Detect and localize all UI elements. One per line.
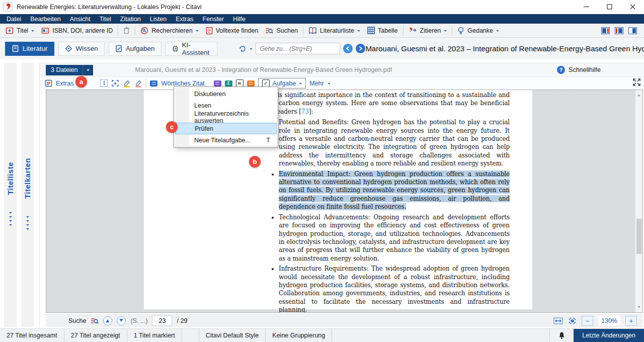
menu-item-pruefen[interactable]: Prüfen bbox=[175, 123, 277, 134]
menu-datei[interactable]: Datei bbox=[2, 16, 26, 23]
ai-annotation-icon[interactable]: AI bbox=[236, 79, 244, 87]
fit-width-icon[interactable] bbox=[553, 317, 563, 325]
table-icon bbox=[367, 27, 375, 34]
layout-mid-panel-icon[interactable] bbox=[615, 27, 623, 34]
book-icon bbox=[308, 27, 317, 35]
sidebar-panel-titelkarten[interactable]: Titelkarten bbox=[21, 63, 34, 327]
search-icon[interactable] bbox=[91, 317, 99, 325]
sidebar-panel-titelliste[interactable]: Titelliste bbox=[4, 63, 17, 327]
volltexte-finden-button[interactable]: Volltexte finden bbox=[202, 25, 262, 37]
layout-right-panel-icon[interactable] bbox=[628, 27, 637, 34]
open-pdf-filename[interactable]: Marouani, Guesmi et al 2023 - Integratio… bbox=[135, 66, 392, 73]
text-select-icon[interactable]: I bbox=[100, 79, 108, 87]
quick-help-button[interactable]: ? Schnellhilfe bbox=[557, 66, 601, 74]
toolbar-separator bbox=[303, 26, 303, 36]
last-changes-button[interactable]: Letzte Änderungen bbox=[574, 329, 644, 342]
files-dropdown-button[interactable]: 3 Dateien bbox=[46, 65, 93, 75]
close-button[interactable] bbox=[621, 0, 644, 14]
research-magnifier-icon bbox=[140, 27, 148, 35]
current-reference-title: Marouani, Guesmi et al. 2023 – Integrati… bbox=[365, 44, 644, 53]
area-select-icon[interactable] bbox=[111, 79, 119, 87]
menu-zitation[interactable]: Zitation bbox=[116, 16, 145, 23]
menu-hilfe[interactable]: Hilfe bbox=[228, 16, 250, 23]
menu-item-neue-titelaufgabe[interactable]: Neue Titelaufgabe...T bbox=[175, 134, 277, 146]
forward-button[interactable] bbox=[356, 44, 365, 53]
tabelle-button[interactable]: Tabelle bbox=[364, 25, 401, 37]
status-shown-titles: 27 Titel angezeigt bbox=[64, 329, 127, 342]
bell-icon bbox=[558, 331, 566, 339]
tab-literatur[interactable]: Literatur bbox=[5, 42, 54, 56]
red-highlighter-icon[interactable] bbox=[134, 79, 142, 88]
tab-ki-assistent[interactable]: AI KI-Assistent bbox=[166, 42, 218, 56]
citation-link[interactable]: 73 bbox=[301, 108, 309, 115]
suchen-button[interactable]: Suchen bbox=[262, 25, 301, 37]
literature-book-icon bbox=[12, 45, 19, 52]
chevron-down-icon bbox=[496, 30, 499, 33]
woertliches-zitat-button[interactable]: Wörtliches Zitat bbox=[161, 80, 204, 87]
direct-quote-icon[interactable] bbox=[150, 80, 157, 87]
pdf-extras-button[interactable]: Extras bbox=[56, 80, 73, 87]
titelliste-label: Titelliste bbox=[6, 162, 15, 195]
pdf-text: holds significant importance in the cont… bbox=[266, 91, 510, 313]
isbn-doi-button[interactable]: ISBN, DOI, andere ID bbox=[38, 25, 116, 37]
add-title-button[interactable]: Titel bbox=[2, 25, 38, 37]
zoom-level[interactable]: 130% bbox=[598, 316, 620, 326]
tab-aufgaben[interactable]: Aufgaben bbox=[109, 42, 162, 56]
document-icon bbox=[206, 27, 213, 35]
summary-icon[interactable]: Σ bbox=[225, 80, 232, 87]
fit-page-icon[interactable] bbox=[568, 317, 577, 325]
gedanke-button[interactable]: Gedanke bbox=[454, 25, 503, 37]
highlighted-quote[interactable]: Environmental Impact: Green hydrogen pro… bbox=[279, 170, 510, 211]
literaturliste-button[interactable]: Literaturliste bbox=[305, 25, 364, 37]
menu-item-diskutieren[interactable]: Diskutieren bbox=[175, 88, 277, 100]
status-citation-style[interactable]: Citavi Default Style bbox=[199, 329, 266, 342]
recherchieren-button[interactable]: Recherchieren bbox=[137, 25, 202, 37]
status-marked-titles: 1 Titel markiert bbox=[127, 329, 182, 342]
menu-titel[interactable]: Titel bbox=[95, 16, 116, 23]
toolbar-separator bbox=[146, 79, 146, 88]
chevron-down-icon[interactable] bbox=[250, 48, 253, 51]
menu-item-literaturverzeichnis-auswerten[interactable]: Literaturverzeichnis auswerten bbox=[175, 111, 277, 123]
id-card-icon bbox=[41, 27, 49, 35]
back-button[interactable] bbox=[343, 44, 353, 53]
chevron-down-icon bbox=[299, 83, 302, 86]
find-previous-button[interactable] bbox=[103, 316, 112, 325]
layout-left-panel-icon[interactable] bbox=[601, 27, 610, 34]
annotation-badge-a: a bbox=[75, 76, 87, 88]
menu-extras[interactable]: Extras bbox=[171, 16, 198, 23]
pdf-scrollbar[interactable] bbox=[635, 90, 642, 312]
zoom-out-button[interactable]: − bbox=[582, 316, 593, 326]
menu-bearbeiten[interactable]: Bearbeiten bbox=[26, 16, 65, 23]
expand-chevrons-icon bbox=[9, 212, 12, 228]
status-grouping[interactable]: Keine Gruppierung bbox=[266, 329, 332, 342]
tasks-icon bbox=[115, 45, 122, 52]
notifications-button[interactable] bbox=[549, 329, 574, 342]
find-next-button[interactable] bbox=[117, 316, 126, 325]
indirect-quote-icon[interactable] bbox=[214, 80, 221, 87]
goto-input[interactable] bbox=[256, 43, 340, 54]
minimize-button[interactable] bbox=[575, 0, 598, 14]
maximize-button[interactable] bbox=[598, 0, 621, 14]
pdf-toolbar: Extras I Wörtliches Zitat Σ AI ✓ Aufgabe bbox=[40, 77, 644, 90]
scroll-up-icon[interactable] bbox=[637, 93, 640, 96]
lightbulb-icon bbox=[457, 27, 464, 35]
zitieren-button[interactable]: Zitieren bbox=[405, 25, 451, 37]
tab-wissen[interactable]: Wissen bbox=[58, 42, 105, 56]
yellow-highlighter-icon[interactable] bbox=[123, 79, 131, 88]
pdf-viewport: holds significant importance in the cont… bbox=[46, 90, 643, 313]
zoom-in-button[interactable]: + bbox=[625, 316, 637, 326]
menu-fenster[interactable]: Fenster bbox=[198, 16, 228, 23]
ai-chip-icon: AI bbox=[172, 45, 179, 53]
goto-icon[interactable] bbox=[238, 45, 247, 53]
fullscreen-icon[interactable] bbox=[633, 78, 640, 86]
menu-listen[interactable]: Listen bbox=[145, 16, 171, 23]
comment-icon[interactable] bbox=[247, 80, 255, 87]
mehr-button[interactable]: Mehr bbox=[309, 80, 324, 87]
page-number-input[interactable] bbox=[152, 315, 172, 326]
scroll-down-icon[interactable] bbox=[637, 306, 640, 309]
menu-ansicht[interactable]: Ansicht bbox=[65, 16, 95, 23]
scrollbar-thumb[interactable] bbox=[636, 219, 642, 254]
citavi-window: Renewable Energies: Literaturverwaltung … bbox=[0, 0, 644, 342]
trash-icon bbox=[123, 27, 130, 34]
delete-button[interactable] bbox=[120, 25, 133, 37]
